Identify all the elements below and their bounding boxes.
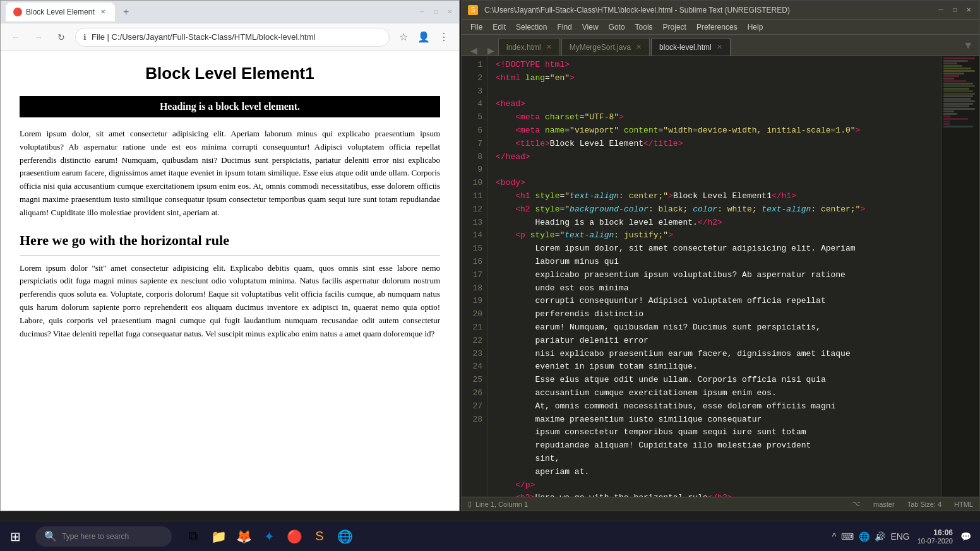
browser-action-icons: ☆ 👤 ⋮ <box>395 28 453 46</box>
statusbar-branch-label: master <box>873 501 895 508</box>
menu-project[interactable]: Project <box>658 20 691 35</box>
network-icon: 🌐 <box>859 531 869 542</box>
paragraph-2: Lorem ipsum dolor "sit" amet consectetur… <box>20 262 440 341</box>
code-editor[interactable]: <!DOCTYPE html> <html lang="en"> <head> … <box>488 56 941 497</box>
taskbar-right: ^ ⌨ 🌐 🔊 ENG 16:06 10-07-2020 💬 <box>823 528 980 545</box>
clock-date: 10-07-2020 <box>917 537 953 545</box>
sublime-tabbar: ◀ ▶ index.html ✕ MyMergeSort.java ✕ bloc… <box>462 35 979 56</box>
tab-close-mergesort[interactable]: ✕ <box>636 43 642 51</box>
minimap-content <box>942 56 979 129</box>
sublime-app-icon: S <box>468 5 478 15</box>
st-close-button[interactable]: ✕ <box>964 6 973 15</box>
taskview-icon[interactable]: ⧉ <box>182 525 205 548</box>
sublime-title-text: C:\Users\Jayant\Full-Stack-Class\HTML\bl… <box>484 6 930 15</box>
taskbar: ⊞ 🔍 ⧉ 📁 🦊 ✦ 🔴 S 🌐 ^ ⌨ 🌐 🔊 ENG 16:06 10-0… <box>0 521 980 551</box>
account-icon[interactable]: 👤 <box>415 28 433 46</box>
menu-preferences[interactable]: Preferences <box>691 20 743 35</box>
statusbar-tab-size: Tab Size: 4 <box>907 501 941 508</box>
reload-button[interactable]: ↻ <box>52 28 70 46</box>
more-icon[interactable]: ⋮ <box>435 28 453 46</box>
tab-label-active: block-level.html <box>659 43 712 52</box>
menu-edit[interactable]: Edit <box>487 20 511 35</box>
statusbar-lang: HTML <box>954 501 973 508</box>
tab-label: MyMergeSort.java <box>570 43 631 52</box>
browser-window: 🔴 Block Level Element ✕ + ─ □ ✕ ← → ↻ ℹ … <box>0 0 460 511</box>
menu-view[interactable]: View <box>577 20 604 35</box>
tab-label: index.html <box>506 43 541 52</box>
tab-block-level[interactable]: block-level.html ✕ <box>651 38 731 56</box>
system-tray: ^ ⌨ 🌐 🔊 ENG <box>832 531 910 542</box>
browser-tab-favicon: 🔴 <box>13 8 22 16</box>
taskbar-search-bar[interactable]: 🔍 <box>35 526 172 547</box>
menu-selection[interactable]: Selection <box>511 20 552 35</box>
st-minimize-button[interactable]: ─ <box>936 6 945 15</box>
menu-goto[interactable]: Goto <box>604 20 630 35</box>
page-subheading: Heading is a block level element. <box>20 96 440 117</box>
minimap <box>941 56 979 497</box>
tab-close-index[interactable]: ✕ <box>546 43 552 51</box>
statusbar-branch: ⌥ <box>852 500 861 508</box>
chrome-icon[interactable]: 🌐 <box>333 525 356 548</box>
vscode-icon[interactable]: ✦ <box>258 525 280 548</box>
sublime-window-controls: ─ □ ✕ <box>936 6 973 15</box>
system-clock: 16:06 10-07-2020 <box>917 528 953 545</box>
sublime-statusbar: ▯ Line 1, Column 1 ⌥ master Tab Size: 4 … <box>462 497 979 511</box>
window-controls: ─ □ ✕ <box>417 8 454 16</box>
minimize-button[interactable]: ─ <box>417 8 426 16</box>
new-tab-button[interactable]: + <box>119 4 134 20</box>
search-icon: 🔍 <box>44 530 57 542</box>
statusbar-left: ▯ Line 1, Column 1 <box>468 500 528 508</box>
page-heading: Block Level Element1 <box>20 64 440 83</box>
tab-index-html[interactable]: index.html ✕ <box>498 38 560 56</box>
browser-titlebar: 🔴 Block Level Element ✕ + ─ □ ✕ <box>1 1 459 23</box>
keyboard-icon: ⌨ <box>841 531 854 542</box>
tab-mergesort[interactable]: MyMergeSort.java ✕ <box>561 38 650 56</box>
lock-icon: ℹ <box>83 33 87 42</box>
explorer-icon[interactable]: 📁 <box>207 525 230 548</box>
app6-icon[interactable]: S <box>308 525 331 548</box>
menu-file[interactable]: File <box>465 20 487 35</box>
tab-close-block-level[interactable]: ✕ <box>717 43 722 51</box>
statusbar-right: ⌥ master Tab Size: 4 HTML <box>852 500 973 508</box>
caret-up-icon[interactable]: ^ <box>832 531 837 542</box>
firefox-icon[interactable]: 🦊 <box>232 525 255 548</box>
clock-time: 16:06 <box>917 528 953 537</box>
tab-scroll-icon[interactable]: ▼ <box>959 40 977 51</box>
app5-icon[interactable]: 🔴 <box>283 525 306 548</box>
forward-button[interactable]: → <box>30 28 47 46</box>
start-button[interactable]: ⊞ <box>0 521 30 552</box>
st-maximize-button[interactable]: □ <box>950 6 959 15</box>
browser-tab-title: Block Level Element <box>26 8 95 16</box>
menu-tools[interactable]: Tools <box>630 20 658 35</box>
close-button[interactable]: ✕ <box>445 8 454 16</box>
h2-plain: Here we go with the horizontal rule <box>20 232 440 249</box>
sublime-menubar: File Edit Selection Find View Goto Tools… <box>462 20 979 35</box>
browser-content: Block Level Element1 Heading is a block … <box>1 51 459 511</box>
bookmark-icon[interactable]: ☆ <box>395 28 412 46</box>
volume-icon: 🔊 <box>875 531 885 542</box>
statusbar-position: Line 1, Column 1 <box>475 501 528 508</box>
address-bar[interactable]: ℹ File | C:/Users/Jayant/Full-Stack-Clas… <box>75 28 390 47</box>
lang-label: ENG <box>890 531 909 542</box>
address-text: File | C:/Users/Jayant/Full-Stack-Class/… <box>92 32 315 42</box>
line-numbers: 12345 678910 1112131415 1617181920 21222… <box>462 56 488 497</box>
sublime-titlebar: S C:\Users\Jayant\Full-Stack-Class\HTML\… <box>462 1 979 20</box>
browser-nav-bar: ← → ↻ ℹ File | C:/Users/Jayant/Full-Stac… <box>1 23 459 51</box>
sublime-editor: 12345 678910 1112131415 1617181920 21222… <box>462 56 979 497</box>
tab-nav-right-arrow[interactable]: ▶ <box>484 45 497 56</box>
notification-icon[interactable]: 💬 <box>960 531 971 542</box>
horizontal-rule <box>20 255 440 256</box>
taskbar-app-icons: ⧉ 📁 🦊 ✦ 🔴 S 🌐 <box>177 525 361 548</box>
statusbar-indicator: ▯ <box>468 500 472 508</box>
menu-help[interactable]: Help <box>743 20 768 35</box>
search-input[interactable] <box>62 532 163 541</box>
sublime-window: S C:\Users\Jayant\Full-Stack-Class\HTML\… <box>461 0 980 511</box>
tab-nav-left[interactable]: ◀ <box>464 45 483 56</box>
back-button[interactable]: ← <box>7 28 25 46</box>
paragraph-1: Lorem ipsum dolor, sit amet consectetur … <box>20 127 440 220</box>
maximize-button[interactable]: □ <box>431 8 440 16</box>
menu-find[interactable]: Find <box>552 20 577 35</box>
browser-tab-close[interactable]: ✕ <box>99 8 107 16</box>
browser-tab[interactable]: 🔴 Block Level Element ✕ <box>6 3 115 21</box>
